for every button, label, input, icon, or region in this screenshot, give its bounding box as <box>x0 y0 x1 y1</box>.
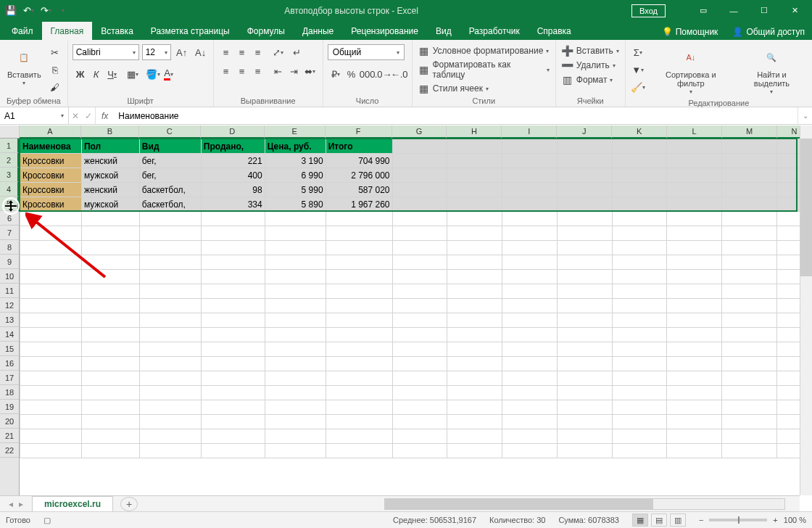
cell[interactable] <box>612 183 667 197</box>
cell[interactable] <box>326 429 392 444</box>
col-header-G[interactable]: G <box>392 125 447 139</box>
cell[interactable] <box>557 255 612 270</box>
cell[interactable] <box>447 255 502 270</box>
cell[interactable] <box>392 444 447 458</box>
cell[interactable] <box>502 400 558 415</box>
cell[interactable] <box>265 444 326 458</box>
tab-developer[interactable]: Разработчик <box>460 22 529 40</box>
cell[interactable] <box>392 284 447 299</box>
cell[interactable] <box>265 342 326 357</box>
view-page-break-icon[interactable]: ▥ <box>670 513 686 527</box>
autosum-icon[interactable]: Σ▾ <box>630 44 646 60</box>
row-header[interactable]: 13 <box>0 313 19 327</box>
cell[interactable]: Итого <box>326 139 392 154</box>
cell[interactable] <box>201 386 265 400</box>
cell[interactable] <box>201 255 265 270</box>
cell[interactable] <box>447 154 502 168</box>
font-name-combo[interactable]: Calibri▾ <box>72 44 139 60</box>
cell[interactable] <box>392 226 447 241</box>
tab-data[interactable]: Данные <box>294 22 342 40</box>
ribbon-options-icon[interactable]: ▭ <box>689 3 718 19</box>
cell[interactable]: бег, <box>139 154 201 168</box>
cell[interactable] <box>81 284 139 299</box>
row-header[interactable]: 6 <box>0 211 19 226</box>
cell[interactable]: 6 990 <box>265 168 326 183</box>
cell[interactable] <box>722 270 777 284</box>
cell[interactable] <box>557 342 612 357</box>
cell[interactable] <box>201 357 265 371</box>
cell[interactable] <box>667 342 722 357</box>
cell[interactable] <box>612 429 667 444</box>
sort-filter-button[interactable]: A↓Сортировка и фильтр▾ <box>649 44 733 97</box>
cell[interactable] <box>557 386 612 400</box>
maximize-button[interactable]: ☐ <box>750 3 779 19</box>
cell[interactable] <box>447 299 502 313</box>
cell[interactable] <box>722 154 777 168</box>
cell[interactable] <box>392 400 447 415</box>
cell[interactable] <box>201 299 265 313</box>
cell[interactable] <box>20 299 82 313</box>
cell[interactable] <box>265 386 326 400</box>
col-header-F[interactable]: F <box>326 125 392 139</box>
cell[interactable] <box>722 386 777 400</box>
cell[interactable] <box>81 241 139 255</box>
cell[interactable] <box>81 444 139 458</box>
cell[interactable] <box>612 357 667 371</box>
row-header[interactable]: 11 <box>0 284 19 298</box>
cell[interactable] <box>139 270 201 284</box>
cell[interactable] <box>81 328 139 342</box>
col-header-B[interactable]: B <box>81 125 139 139</box>
cell[interactable] <box>667 328 722 342</box>
cell[interactable] <box>557 444 612 458</box>
format-as-table-button[interactable]: ▦Форматировать как таблицу▾ <box>417 59 551 81</box>
align-right-icon[interactable]: ≡ <box>250 63 266 79</box>
wrap-text-icon[interactable]: ↵ <box>289 44 305 60</box>
cell[interactable] <box>265 400 326 415</box>
zoom-out-button[interactable]: − <box>699 516 703 524</box>
cell[interactable] <box>557 168 612 183</box>
cell[interactable] <box>201 400 265 415</box>
cell[interactable] <box>265 299 326 313</box>
cell[interactable] <box>201 313 265 328</box>
sheet-tab[interactable]: microexcel.ru <box>32 496 113 511</box>
cell[interactable] <box>502 429 558 444</box>
close-button[interactable]: ✕ <box>780 3 809 19</box>
format-cells-button[interactable]: ▥Формат▾ <box>560 73 615 86</box>
cell[interactable] <box>81 313 139 328</box>
cell[interactable] <box>557 299 612 313</box>
comma-icon[interactable]: 000 <box>360 66 376 82</box>
increase-indent-icon[interactable]: ⇥ <box>286 63 302 79</box>
add-sheet-button[interactable]: + <box>120 497 138 511</box>
col-header-E[interactable]: E <box>265 125 326 139</box>
col-header-J[interactable]: J <box>557 125 612 139</box>
row-header[interactable]: 8 <box>0 240 19 255</box>
cell[interactable] <box>392 328 447 342</box>
fx-icon[interactable]: fx <box>96 107 114 124</box>
cell[interactable] <box>81 429 139 444</box>
row-header[interactable]: 2 <box>0 153 19 168</box>
cell[interactable] <box>139 299 201 313</box>
borders-icon[interactable]: ▦▾ <box>125 66 141 82</box>
cell[interactable] <box>326 299 392 313</box>
cell[interactable] <box>81 415 139 429</box>
cell[interactable] <box>722 284 777 299</box>
cell[interactable] <box>612 400 667 415</box>
cell[interactable] <box>392 357 447 371</box>
cell[interactable] <box>667 299 722 313</box>
vscroll-thumb[interactable] <box>800 139 812 276</box>
cell[interactable] <box>447 270 502 284</box>
cell[interactable] <box>201 444 265 458</box>
cell[interactable] <box>722 212 777 226</box>
cell[interactable] <box>326 226 392 241</box>
cell[interactable] <box>722 313 777 328</box>
cell[interactable] <box>557 226 612 241</box>
font-color-icon[interactable]: A▾ <box>161 66 177 82</box>
cell-styles-button[interactable]: ▦Стили ячеек▾ <box>417 82 490 95</box>
tab-home[interactable]: Главная <box>42 22 93 40</box>
cell[interactable] <box>265 226 326 241</box>
copy-icon[interactable]: ⎘ <box>47 62 63 78</box>
select-all-corner[interactable] <box>0 125 20 138</box>
tab-file[interactable]: Файл <box>3 22 42 40</box>
currency-icon[interactable]: ₽▾ <box>328 66 344 82</box>
cell[interactable] <box>20 241 82 255</box>
